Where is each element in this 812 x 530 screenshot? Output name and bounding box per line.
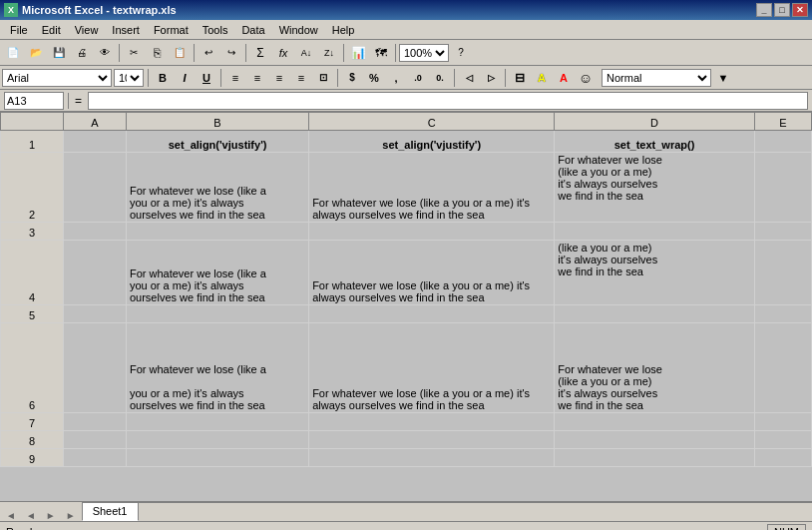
menu-edit[interactable]: Edit [36, 20, 67, 39]
align-right-button[interactable]: ≡ [269, 69, 289, 87]
style-dropdown[interactable]: ▼ [713, 69, 733, 87]
cell-b2[interactable]: For whatever we lose (like a you or a me… [126, 153, 308, 223]
cell-b7[interactable] [126, 413, 308, 431]
style-select[interactable]: Normal [602, 69, 711, 87]
undo-button[interactable]: ↩ [198, 42, 219, 64]
font-color-button[interactable]: A [554, 69, 574, 87]
sort-asc-button[interactable]: A↓ [295, 42, 317, 64]
cell-b8[interactable] [126, 431, 308, 449]
cell-c5[interactable] [309, 305, 555, 323]
copy-button[interactable]: ⎘ [146, 42, 168, 64]
col-header-d[interactable]: D [555, 113, 754, 131]
comma-button[interactable]: , [386, 69, 406, 87]
cell-d1[interactable]: set_text_wrap() [555, 131, 754, 153]
cell-c3[interactable] [309, 223, 555, 241]
col-header-a[interactable]: A [63, 113, 126, 131]
menu-insert[interactable]: Insert [106, 20, 146, 39]
sort-desc-button[interactable]: Z↓ [318, 42, 340, 64]
cell-d4[interactable]: (like a you or a me) it's always ourselv… [555, 241, 754, 305]
cell-c4[interactable]: For whatever we lose (like a you or a me… [309, 241, 555, 305]
menu-view[interactable]: View [69, 20, 105, 39]
print-button[interactable]: 🖨 [71, 42, 93, 64]
open-button[interactable]: 📂 [25, 42, 47, 64]
chart-button[interactable]: 📊 [347, 42, 369, 64]
tab-nav-right[interactable]: ► [62, 510, 80, 521]
col-header-b[interactable]: B [126, 113, 308, 131]
italic-button[interactable]: I [175, 69, 195, 87]
percent-button[interactable]: % [364, 69, 384, 87]
cell-e9[interactable] [754, 449, 811, 467]
cell-a2[interactable] [63, 153, 126, 223]
cell-c7[interactable] [309, 413, 555, 431]
cell-a5[interactable] [63, 305, 126, 323]
cell-a1[interactable] [63, 131, 126, 153]
cell-a9[interactable] [63, 449, 126, 467]
cell-d7[interactable] [555, 413, 754, 431]
sheet-tab-sheet1[interactable]: Sheet1 [82, 502, 139, 521]
cell-a4[interactable] [63, 241, 126, 305]
cell-e1[interactable] [754, 131, 811, 153]
cell-c8[interactable] [309, 431, 555, 449]
cell-b9[interactable] [126, 449, 308, 467]
grid-scroll[interactable]: A B C D E 1 set_align('vjustify') set_al… [0, 112, 812, 501]
bold-button[interactable]: B [153, 69, 173, 87]
new-button[interactable]: 📄 [2, 42, 24, 64]
cell-e2[interactable] [754, 153, 811, 223]
map-button[interactable]: 🗺 [370, 42, 392, 64]
autosum-button[interactable]: Σ [249, 42, 271, 64]
menu-file[interactable]: File [4, 20, 34, 39]
cell-reference[interactable] [4, 92, 64, 110]
tab-nav-left[interactable]: ◄ [2, 510, 20, 521]
cell-a8[interactable] [63, 431, 126, 449]
align-justify-button[interactable]: ≡ [291, 69, 311, 87]
decimal-inc-button[interactable]: .0 [408, 69, 428, 87]
paste-button[interactable]: 📋 [169, 42, 191, 64]
cell-c6[interactable]: For whatever we lose (like a you or a me… [309, 323, 555, 413]
indent-dec-button[interactable]: ◁ [459, 69, 479, 87]
save-button[interactable]: 💾 [48, 42, 70, 64]
cell-a3[interactable] [63, 223, 126, 241]
menu-tools[interactable]: Tools [197, 20, 234, 39]
tab-nav-left2[interactable]: ◄ [22, 510, 40, 521]
cell-c9[interactable] [309, 449, 555, 467]
cell-a7[interactable] [63, 413, 126, 431]
col-header-c[interactable]: C [309, 113, 555, 131]
cut-button[interactable]: ✂ [123, 42, 145, 64]
cell-c2[interactable]: For whatever we lose (like a you or a me… [309, 153, 555, 223]
minimize-button[interactable]: _ [756, 3, 772, 17]
cell-b6[interactable]: For whatever we lose (like a you or a me… [126, 323, 308, 413]
currency-button[interactable]: $ [342, 69, 362, 87]
cell-b3[interactable] [126, 223, 308, 241]
cell-e6[interactable] [754, 323, 811, 413]
cell-d8[interactable] [555, 431, 754, 449]
maximize-button[interactable]: □ [774, 3, 790, 17]
zoom-select[interactable]: 100% [399, 44, 449, 62]
cell-d3[interactable] [555, 223, 754, 241]
border-button[interactable]: ⊟ [510, 69, 530, 87]
cell-a6[interactable] [63, 323, 126, 413]
font-select[interactable]: Arial [2, 69, 112, 87]
cell-e8[interactable] [754, 431, 811, 449]
close-button[interactable]: ✕ [792, 3, 808, 17]
cell-c1[interactable]: set_align('vjustify') [309, 131, 555, 153]
menu-format[interactable]: Format [148, 20, 195, 39]
cell-b5[interactable] [126, 305, 308, 323]
decimal-dec-button[interactable]: 0. [430, 69, 450, 87]
redo-button[interactable]: ↪ [220, 42, 242, 64]
cell-e7[interactable] [754, 413, 811, 431]
align-left-button[interactable]: ≡ [225, 69, 245, 87]
cell-d6[interactable]: For whatever we lose (like a you or a me… [555, 323, 754, 413]
underline-button[interactable]: U [197, 69, 216, 87]
cell-d9[interactable] [555, 449, 754, 467]
tab-nav-right2[interactable]: ► [42, 510, 60, 521]
menu-data[interactable]: Data [235, 20, 270, 39]
fill-button[interactable]: A [532, 69, 552, 87]
cell-b1[interactable]: set_align('vjustify') [126, 131, 308, 153]
menu-window[interactable]: Window [273, 20, 324, 39]
cell-e3[interactable] [754, 223, 811, 241]
col-header-e[interactable]: E [754, 113, 811, 131]
indent-inc-button[interactable]: ▷ [481, 69, 501, 87]
merge-button[interactable]: ⊡ [313, 69, 333, 87]
cell-d2[interactable]: For whatever we lose (like a you or a me… [555, 153, 754, 223]
cell-e4[interactable] [754, 241, 811, 305]
